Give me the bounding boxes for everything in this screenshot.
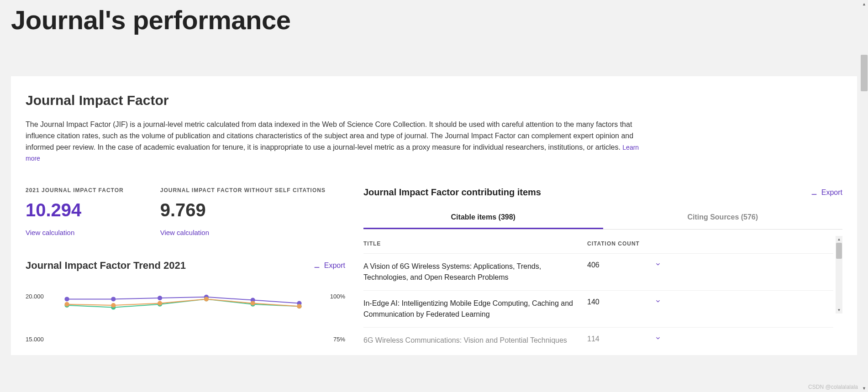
scroll-up-arrow-icon[interactable]: ▲ — [836, 236, 842, 243]
expand-row-button[interactable] — [651, 298, 665, 304]
download-icon — [313, 262, 321, 269]
chevron-down-icon — [655, 261, 661, 267]
metric-jif: 2021 JOURNAL IMPACT FACTOR 10.294 View c… — [26, 187, 124, 237]
row-title: 6G Wireless Communications: Vision and P… — [363, 335, 587, 346]
col-title-header: TITLE — [363, 240, 587, 247]
table-header: TITLE CITATION COUNT — [363, 236, 833, 253]
row-title: A Vision of 6G Wireless Systems: Applica… — [363, 261, 587, 283]
view-calculation-link-noself[interactable]: View calculation — [160, 229, 209, 236]
contrib-title: Journal Impact Factor contributing items — [363, 187, 541, 198]
expand-row-button[interactable] — [651, 261, 665, 267]
metric-jif-noself-label: JOURNAL IMPACT FACTOR WITHOUT SELF CITAT… — [160, 187, 326, 193]
scroll-down-arrow-icon[interactable]: ▼ — [836, 307, 842, 314]
svg-point-2 — [158, 296, 162, 300]
row-count: 114 — [587, 335, 651, 343]
chevron-down-icon — [655, 298, 661, 304]
left-column: 2021 JOURNAL IMPACT FACTOR 10.294 View c… — [26, 187, 345, 346]
inner-scrollbar-thumb[interactable] — [836, 243, 842, 259]
download-icon — [810, 189, 818, 196]
svg-point-15 — [204, 297, 209, 302]
table-row[interactable]: A Vision of 6G Wireless Systems: Applica… — [363, 253, 833, 290]
y-tick-left-1: 15.000 — [26, 335, 44, 342]
svg-point-12 — [64, 302, 69, 307]
svg-point-0 — [64, 297, 69, 302]
y-tick-right-0: 100% — [330, 293, 345, 300]
table-row[interactable]: 6G Wireless Communications: Vision and P… — [363, 327, 833, 346]
main-scrollbar[interactable]: ▲ ▼ — [860, 0, 868, 355]
export-contrib-label: Export — [821, 188, 842, 197]
page-title: Journal's performance — [11, 0, 857, 49]
metric-jif-noself-value: 9.769 — [160, 200, 326, 220]
col-count-header: CITATION COUNT — [587, 240, 651, 247]
svg-point-17 — [297, 304, 301, 308]
main-scrollbar-thumb[interactable] — [861, 55, 868, 91]
trend-chart: 20.000 15.000 100% 75% — [26, 285, 345, 340]
export-trend-button[interactable]: Export — [313, 261, 345, 270]
svg-point-1 — [111, 297, 116, 302]
table-row[interactable]: In-Edge AI: Intelligentizing Mobile Edge… — [363, 290, 833, 327]
y-tick-left-0: 20.000 — [26, 293, 44, 300]
contrib-table: TITLE CITATION COUNT A Vision of 6G Wire… — [363, 236, 842, 346]
trend-title: Journal Impact Factor Trend 2021 — [26, 260, 186, 272]
export-contrib-button[interactable]: Export — [810, 188, 842, 197]
tab-citable-items[interactable]: Citable items (398) — [363, 207, 603, 229]
scroll-up-arrow-icon[interactable]: ▲ — [860, 0, 868, 8]
svg-point-16 — [251, 301, 255, 306]
inner-scrollbar[interactable]: ▲ ▼ — [836, 236, 842, 314]
jif-description-text: The Journal Impact Factor (JIF) is a jou… — [26, 120, 633, 151]
metric-jif-noself: JOURNAL IMPACT FACTOR WITHOUT SELF CITAT… — [160, 187, 326, 237]
chevron-down-icon — [655, 335, 661, 341]
view-calculation-link-jif[interactable]: View calculation — [26, 229, 74, 236]
svg-point-14 — [158, 301, 162, 306]
svg-point-13 — [111, 303, 116, 308]
y-tick-right-1: 75% — [333, 335, 345, 342]
row-title: In-Edge AI: Intelligentizing Mobile Edge… — [363, 298, 587, 320]
right-column: Journal Impact Factor contributing items… — [363, 187, 842, 346]
export-trend-label: Export — [324, 261, 345, 270]
jif-description: The Journal Impact Factor (JIF) is a jou… — [26, 119, 647, 164]
jif-card: Journal Impact Factor The Journal Impact… — [11, 76, 857, 355]
row-count: 406 — [587, 261, 651, 269]
contrib-tabs: Citable items (398) Citing Sources (576) — [363, 207, 842, 230]
row-count: 140 — [587, 298, 651, 306]
trend-chart-svg — [53, 285, 313, 340]
metric-jif-label: 2021 JOURNAL IMPACT FACTOR — [26, 187, 124, 193]
section-title: Journal Impact Factor — [26, 93, 842, 108]
metric-jif-value: 10.294 — [26, 200, 124, 220]
tab-citing-sources[interactable]: Citing Sources (576) — [603, 207, 843, 229]
expand-row-button[interactable] — [651, 335, 665, 341]
